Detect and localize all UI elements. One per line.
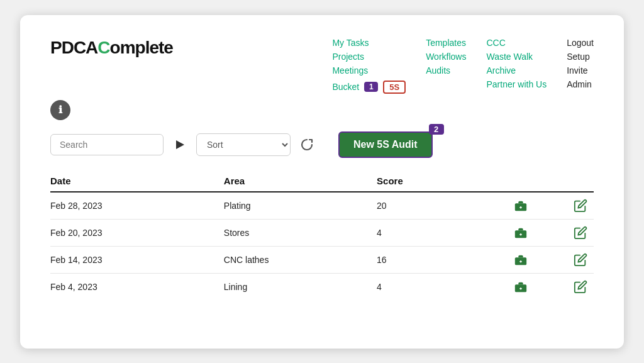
table-row: Feb 20, 2023 Stores 4 [50, 219, 594, 246]
table-row: Feb 28, 2023 Plating 20 [50, 192, 594, 220]
row-actions-edit [534, 273, 594, 300]
row-actions-briefcase [474, 273, 533, 300]
col-header-action1 [474, 172, 533, 192]
info-row: ℹ [50, 100, 594, 120]
nav-col-1: My Tasks Projects Meetings Bucket 1 5S [332, 38, 406, 94]
edit-icon[interactable] [574, 199, 587, 213]
row-score: 20 [377, 192, 474, 220]
new-audit-button[interactable]: New 5S Audit [338, 131, 433, 158]
briefcase-icon[interactable] [514, 280, 528, 294]
nav-projects[interactable]: Projects [332, 52, 406, 62]
main-window: PDCAComplete My Tasks Projects Meetings … [20, 15, 624, 349]
nav-ccc[interactable]: CCC [486, 38, 547, 48]
nav-templates[interactable]: Templates [426, 38, 466, 48]
table-row: Feb 14, 2023 CNC lathes 16 [50, 246, 594, 273]
sort-select[interactable]: Sort [196, 133, 291, 156]
info-icon[interactable]: ℹ [50, 100, 70, 120]
col-header-action2 [534, 172, 594, 192]
svg-marker-0 [176, 140, 184, 149]
nav-meetings[interactable]: Meetings [332, 65, 406, 75]
refresh-button[interactable] [298, 136, 316, 154]
nav-workflows[interactable]: Workflows [426, 52, 466, 62]
col-header-area: Area [224, 172, 377, 192]
row-date: Feb 4, 2023 [50, 273, 224, 300]
nav-admin[interactable]: Admin [567, 79, 594, 89]
header: PDCAComplete My Tasks Projects Meetings … [50, 35, 594, 94]
edit-icon[interactable] [574, 280, 587, 294]
briefcase-icon[interactable] [514, 199, 528, 213]
bucket-5s-badge: 5S [383, 81, 406, 94]
nav-logout[interactable]: Logout [567, 38, 594, 48]
row-actions-edit [534, 246, 594, 273]
row-score: 4 [377, 219, 474, 246]
row-area: Stores [224, 219, 377, 246]
row-actions-briefcase [474, 219, 533, 246]
audit-table: Date Area Score Feb 28, 2023 Plating 20 [50, 172, 594, 300]
row-date: Feb 28, 2023 [50, 192, 224, 220]
row-date: Feb 14, 2023 [50, 246, 224, 273]
nav-col-2: Templates Workflows Audits [426, 38, 466, 94]
logo: PDCAComplete [50, 38, 173, 58]
row-actions-briefcase [474, 246, 533, 273]
nav-my-tasks[interactable]: My Tasks [332, 38, 406, 48]
row-score: 16 [377, 246, 474, 273]
row-score: 4 [377, 273, 474, 300]
nav-archive[interactable]: Archive [486, 65, 547, 75]
row-actions-edit [534, 192, 594, 220]
table-row: Feb 4, 2023 Lining 4 [50, 273, 594, 300]
briefcase-icon[interactable] [514, 253, 528, 267]
col-header-score: Score [377, 172, 474, 192]
nav-partner-with-us[interactable]: Partner with Us [486, 79, 547, 89]
nav-setup[interactable]: Setup [567, 52, 594, 62]
nav-invite[interactable]: Invite [567, 65, 594, 75]
nav-col-3: CCC Waste Walk Archive Partner with Us [486, 38, 547, 94]
bucket-badge: 1 [364, 82, 378, 92]
row-area: Lining [224, 273, 377, 300]
edit-icon[interactable] [574, 226, 587, 240]
toolbar: Sort New 5S Audit 2 [50, 131, 594, 158]
new-audit-badge: 2 [429, 124, 444, 135]
row-actions-briefcase [474, 192, 533, 220]
search-play-button[interactable] [171, 136, 189, 154]
row-area: Plating [224, 192, 377, 220]
nav-bucket[interactable]: Bucket [332, 82, 359, 92]
search-input[interactable] [50, 134, 164, 155]
row-actions-edit [534, 219, 594, 246]
edit-icon[interactable] [574, 253, 587, 267]
nav-waste-walk[interactable]: Waste Walk [486, 52, 547, 62]
bucket-row: Bucket 1 5S [332, 81, 406, 94]
new-audit-wrapper: New 5S Audit 2 [338, 131, 433, 158]
col-header-date: Date [50, 172, 224, 192]
briefcase-icon[interactable] [514, 226, 528, 240]
row-date: Feb 20, 2023 [50, 219, 224, 246]
nav-col-4: Logout Setup Invite Admin [567, 38, 594, 94]
nav-columns: My Tasks Projects Meetings Bucket 1 5S T… [332, 38, 594, 94]
row-area: CNC lathes [224, 246, 377, 273]
nav-audits[interactable]: Audits [426, 65, 466, 75]
